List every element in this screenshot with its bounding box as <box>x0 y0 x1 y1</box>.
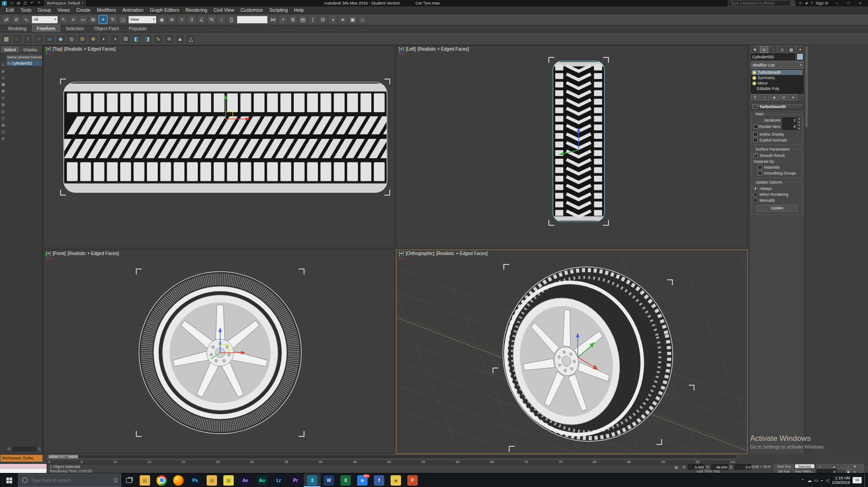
quad-icon[interactable]: ▲ <box>175 34 185 44</box>
curve-editor-icon[interactable]: ∫ <box>308 15 317 24</box>
layer-manager-icon[interactable]: ≣ <box>288 15 297 24</box>
utilities-tab-icon[interactable]: ✶ <box>796 46 804 53</box>
taskbar-app-firefox[interactable] <box>170 473 187 487</box>
display-lights-icon[interactable]: ☼ <box>0 75 6 80</box>
search-icon[interactable] <box>790 1 794 5</box>
hierarchy-tab-icon[interactable]: ⋮ <box>769 46 777 53</box>
modifier-stack-item[interactable]: TurboSmooth <box>751 70 803 75</box>
modifier-stack-item[interactable]: Symmetry <box>751 75 803 80</box>
key-filter-dropdown[interactable]: Selected <box>795 464 815 468</box>
grow-selection-icon[interactable]: ⊕ <box>88 34 98 44</box>
edge-mode-icon[interactable]: ∕ <box>23 34 33 44</box>
explorer-tab-select[interactable]: Select <box>1 46 19 52</box>
time-slider-handle[interactable]: 0 / 100 <box>48 455 78 459</box>
polygon-mode-icon[interactable]: ▱ <box>45 34 55 44</box>
selection-lock-toggle[interactable]: ⊠ <box>675 465 678 470</box>
select-by-name-icon[interactable]: ≡ <box>69 15 78 24</box>
app-logo-icon[interactable]: 3 <box>2 1 7 6</box>
network-icon[interactable]: ⌁ <box>821 478 823 483</box>
scroll-left-icon[interactable]: ‹ <box>6 446 12 452</box>
constraints-icon[interactable]: ⊞ <box>121 34 131 44</box>
shrink-selection-icon[interactable]: ⊖ <box>77 34 87 44</box>
zoom-icon[interactable]: + <box>845 464 851 469</box>
viewport-orthographic[interactable]: [+] [Orthographic] [Realistic + Edged Fa… <box>396 250 748 454</box>
remove-modifier-button[interactable]: ⊘ <box>779 94 788 100</box>
selection-region-icon[interactable]: ▭ <box>79 15 88 24</box>
modifier-bulb-icon[interactable] <box>752 76 756 80</box>
select-and-rotate-icon[interactable]: ↻ <box>108 15 118 24</box>
menu-help[interactable]: Help <box>291 6 307 14</box>
taskbar-app-messenger[interactable]: ⊙99+ <box>354 473 371 487</box>
favorites-icon[interactable]: ★ <box>805 1 808 5</box>
element-mode-icon[interactable]: ◆ <box>56 34 66 44</box>
infocenter-search-input[interactable] <box>730 0 789 6</box>
select-and-link-icon[interactable]: ⇄ <box>2 15 11 24</box>
display-xrefs-icon[interactable]: ◇ <box>0 109 6 114</box>
menu-animation[interactable]: Animation <box>119 6 147 14</box>
minimize-button[interactable]: – <box>831 0 843 6</box>
ribbon-tab-selection[interactable]: Selection <box>61 25 89 32</box>
zoom-all-icon[interactable]: ⊞ <box>852 464 858 469</box>
modify-tab-icon[interactable]: ∿ <box>760 46 768 53</box>
ribbon-tab-freeform[interactable]: Freeform <box>32 25 61 32</box>
taskbar-app-photoshop[interactable]: Ps <box>187 473 203 487</box>
menu-scripting[interactable]: Scripting <box>266 6 291 14</box>
bind-to-space-warp-icon[interactable]: ∿ <box>22 15 31 24</box>
display-shapes-icon[interactable]: ▲ <box>0 68 6 74</box>
viewport-top[interactable]: [+] [Top] [Realistic + Edged Faces] <box>43 45 395 248</box>
taskbar-app-chrome[interactable] <box>153 473 170 487</box>
strips-icon[interactable]: △ <box>186 34 196 44</box>
maximize-button[interactable]: □ <box>843 0 854 6</box>
keyboard-override-icon[interactable]: ⌗ <box>177 15 186 24</box>
taskbar-app-facebook[interactable]: f <box>371 473 387 487</box>
workspace-selector[interactable]: Workspace: Default ▾ <box>44 0 86 6</box>
rollout-header[interactable]: − TurboSmooth <box>751 103 803 110</box>
undo-icon[interactable]: ↶ <box>29 0 35 6</box>
modifier-bulb-icon[interactable] <box>752 81 756 85</box>
menu-civil-view[interactable]: Civil View <box>211 6 237 14</box>
select-and-manipulate-icon[interactable]: ⊛ <box>167 15 176 24</box>
volume-icon[interactable]: ◁ <box>826 478 829 483</box>
modifier-stack-item[interactable]: Mirror <box>751 80 803 86</box>
align-icon[interactable]: ⌖ <box>278 15 288 24</box>
help-icon[interactable]: ? <box>811 1 813 5</box>
render-iters-checkbox[interactable] <box>754 124 758 129</box>
taskbar-app-after-effects[interactable]: Ae <box>237 473 254 487</box>
macro-recorder-listener[interactable] <box>0 464 47 468</box>
scene-object-row[interactable]: ◎Cylinder002 <box>6 60 42 66</box>
explorer-tab-display[interactable]: Display <box>20 46 40 52</box>
manually-radio[interactable] <box>753 198 758 203</box>
menu-graph-editors[interactable]: Graph Editors <box>146 6 182 14</box>
window-crossing-icon[interactable]: ⊞ <box>89 15 98 24</box>
vertex-mode-icon[interactable]: ∴ <box>12 34 22 44</box>
mirror-icon[interactable]: ⋈ <box>269 15 278 24</box>
relax-icon[interactable]: ≋ <box>164 34 174 44</box>
spinner-snap-icon[interactable]: ↕ <box>217 15 226 24</box>
microphone-icon[interactable] <box>114 478 117 482</box>
iterations-field[interactable] <box>782 118 797 123</box>
workspace-bar[interactable]: Workspace: Defau <box>0 455 42 462</box>
taskbar-app-word[interactable]: W <box>321 473 337 487</box>
command-panel-scrollbar[interactable] <box>804 45 809 454</box>
smooth-result-checkbox[interactable] <box>753 153 758 158</box>
redo-icon[interactable]: ↷ <box>36 0 42 6</box>
taskbar-app-excel[interactable]: X <box>337 473 354 487</box>
ribbon-toggle-icon[interactable]: ▤ <box>298 15 307 24</box>
object-color-swatch[interactable] <box>797 53 803 60</box>
display-containers-icon[interactable]: ◍ <box>0 123 6 128</box>
unlink-selection-icon[interactable]: ⊘ <box>12 15 21 24</box>
select-and-scale-icon[interactable]: ◲ <box>118 15 127 24</box>
notification-center-button[interactable]: 16 <box>853 477 862 483</box>
smoothing-groups-checkbox[interactable] <box>758 171 762 175</box>
soft-selection-icon[interactable]: ◧ <box>132 34 142 44</box>
polygon-modeling-icon[interactable]: ▦ <box>1 34 11 44</box>
zoom-extents-icon[interactable]: □ <box>858 464 864 469</box>
display-tab-icon[interactable]: ▦ <box>787 46 795 53</box>
menu-group[interactable]: Group <box>35 6 54 14</box>
start-button[interactable] <box>0 473 18 487</box>
display-spacewarps-icon[interactable]: ∿ <box>0 95 6 101</box>
material-editor-icon[interactable]: ◑ <box>328 15 337 24</box>
update-button[interactable]: Update <box>756 205 798 212</box>
track-bar[interactable]: 0510152025303540455055606570758085909510… <box>47 459 737 464</box>
taskbar-app-folder[interactable]: ▤ <box>203 473 220 487</box>
